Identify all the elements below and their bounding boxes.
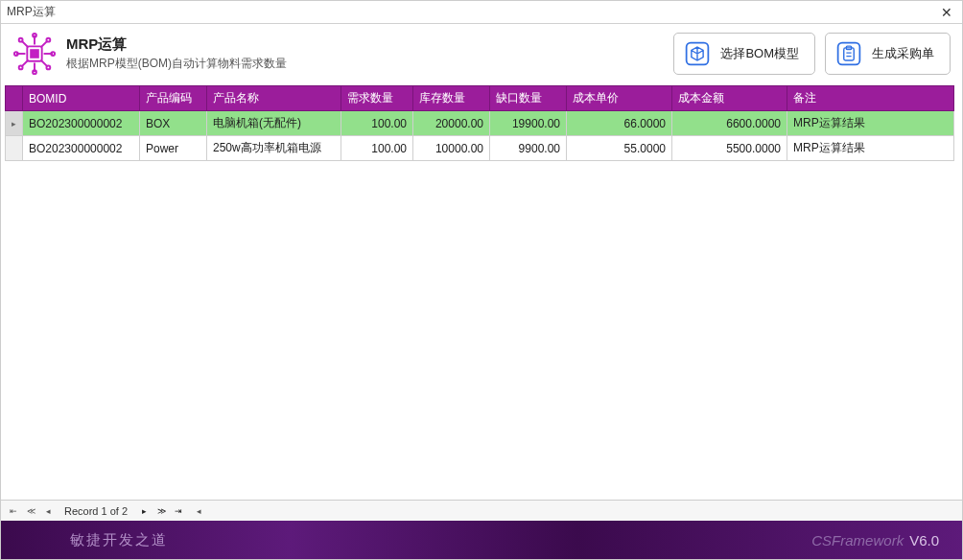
cell-req_qty[interactable]: 100.00 [341,136,413,161]
table-row[interactable]: BO202300000002Power250w高功率机箱电源100.001000… [6,136,954,161]
nav-prev-icon[interactable]: ◂ [40,503,56,519]
cell-cost_amount[interactable]: 6600.0000 [672,111,787,136]
col-cost-price[interactable]: 成本单价 [567,86,672,111]
cell-stock_qty[interactable]: 10000.00 [413,136,490,161]
svg-point-11 [19,38,23,42]
grid-container: BOMID 产品编码 产品名称 需求数量 库存数量 缺口数量 成本单价 成本金额… [1,85,962,500]
page-title: MRP运算 [66,35,287,54]
col-prod-code[interactable]: 产品编码 [140,86,207,111]
footer-bar: 敏捷开发之道 CSFramework V6.0 [1,521,962,559]
cell-prod_name[interactable]: 电脑机箱(无配件) [207,111,341,136]
col-stock-qty[interactable]: 库存数量 [413,86,490,111]
cell-prod_name[interactable]: 250w高功率机箱电源 [207,136,341,161]
cell-stock_qty[interactable]: 20000.00 [413,111,490,136]
cube-icon [684,40,711,67]
title-bar: MRP运算 ✕ [1,1,962,24]
col-remark[interactable]: 备注 [787,86,954,111]
row-indicator-icon: ▸ [6,111,23,136]
cell-remark[interactable]: MRP运算结果 [787,111,954,136]
table-header-row: BOMID 产品编码 产品名称 需求数量 库存数量 缺口数量 成本单价 成本金额… [6,86,954,111]
svg-point-17 [46,65,50,69]
cell-bomid[interactable]: BO202300000002 [23,136,140,161]
cell-short_qty[interactable]: 9900.00 [490,136,567,161]
cell-cost_price[interactable]: 55.0000 [567,136,672,161]
svg-point-13 [46,38,50,42]
cell-prod_code[interactable]: Power [140,136,207,161]
results-table[interactable]: BOMID 产品编码 产品名称 需求数量 库存数量 缺口数量 成本单价 成本金额… [5,85,954,161]
select-bom-button[interactable]: 选择BOM模型 [673,33,815,75]
col-cost-amount[interactable]: 成本金额 [672,86,787,111]
footer-brand: CSFramework [811,532,904,548]
nav-last-icon[interactable]: ⇥ [171,503,186,519]
nav-prev-page-icon[interactable]: ≪ [23,503,38,519]
page-subtitle: 根据MRP模型(BOM)自动计算物料需求数量 [66,56,287,72]
nav-next-icon[interactable]: ▸ [136,503,152,519]
svg-rect-1 [31,50,38,58]
cell-short_qty[interactable]: 19900.00 [490,111,567,136]
footer-tagline: 敏捷开发之道 [70,531,168,549]
cell-bomid[interactable]: BO202300000002 [23,111,140,136]
cell-cost_price[interactable]: 66.0000 [567,111,672,136]
cell-prod_code[interactable]: BOX [140,111,207,136]
window-title: MRP运算 [7,4,56,20]
footer-version: V6.0 [909,532,939,548]
header-panel: MRP运算 根据MRP模型(BOM)自动计算物料需求数量 选择BOM模型 生成采… [1,24,962,85]
chip-icon [12,32,57,76]
nav-scroll-left-icon[interactable]: ◂ [191,503,206,519]
gutter-header [6,86,23,111]
record-navigator: ⇤ ≪ ◂ Record 1 of 2 ▸ ≫ ⇥ ◂ [1,500,962,521]
col-bomid[interactable]: BOMID [23,86,140,111]
select-bom-label: 选择BOM模型 [720,45,799,62]
nav-next-page-icon[interactable]: ≫ [153,503,169,519]
col-prod-name[interactable]: 产品名称 [207,86,341,111]
generate-po-label: 生成采购单 [872,45,934,62]
col-req-qty[interactable]: 需求数量 [341,86,413,111]
cell-req_qty[interactable]: 100.00 [341,111,413,136]
row-indicator-icon [6,136,23,161]
close-icon[interactable]: ✕ [937,5,956,20]
col-short-qty[interactable]: 缺口数量 [490,86,567,111]
nav-status: Record 1 of 2 [64,505,128,517]
clipboard-icon [835,40,862,67]
generate-po-button[interactable]: 生成采购单 [825,33,951,75]
cell-remark[interactable]: MRP运算结果 [787,136,954,161]
cell-cost_amount[interactable]: 5500.0000 [672,136,787,161]
svg-point-15 [19,65,23,69]
table-row[interactable]: ▸BO202300000002BOX电脑机箱(无配件)100.0020000.0… [6,111,954,136]
nav-first-icon[interactable]: ⇤ [6,503,21,519]
